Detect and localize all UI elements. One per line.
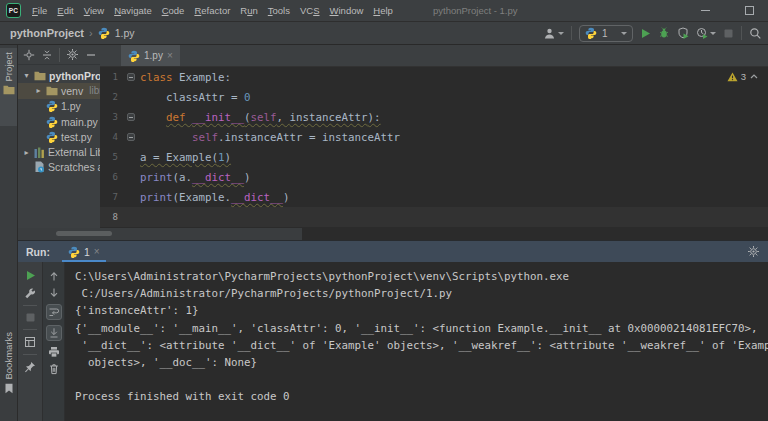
profiler-button[interactable]: [696, 27, 716, 39]
tool-button-bookmarks[interactable]: Bookmarks: [0, 328, 17, 420]
toolbar-divider: [571, 26, 572, 40]
code-text: print(Example.__dict__): [140, 191, 290, 204]
code-line-8[interactable]: 8: [100, 207, 768, 227]
run-button[interactable]: [640, 28, 651, 39]
bookmark-icon: [4, 383, 14, 394]
run-toolbar: [18, 262, 43, 421]
rerun-button[interactable]: [25, 270, 36, 281]
folder-icon: [34, 71, 46, 81]
run-panel-body: C:\Users\Administrator\PycharmProjects\p…: [18, 262, 768, 421]
chevron-down-icon: [621, 32, 627, 35]
tree-item-label: 1.py: [61, 100, 81, 112]
toolbar-divider: [23, 305, 37, 306]
horizontal-scrollbar-track[interactable]: [18, 228, 302, 240]
collapse-all-button[interactable]: [41, 49, 53, 61]
code-line-4[interactable]: 4 self.instanceAttr = instanceAttr: [100, 127, 768, 147]
editor-tab-1py[interactable]: 1.py ×: [121, 45, 180, 66]
tree-item-label: main.py: [61, 116, 98, 128]
tree-item-scratches-and-consoles[interactable]: Scratches and Consoles: [18, 160, 100, 175]
gear-icon[interactable]: [747, 245, 760, 258]
run-tab-label: 1: [84, 246, 90, 258]
clear-console-button[interactable]: [48, 363, 60, 375]
stop-button[interactable]: [723, 28, 734, 39]
minimize-button[interactable]: [692, 0, 718, 21]
print-button[interactable]: [48, 346, 60, 358]
chevron-icon[interactable]: ▸: [34, 86, 43, 95]
menu-tools[interactable]: Tools: [263, 0, 295, 21]
editor-tab-bar: 1.py ×: [100, 45, 768, 67]
line-number: 2: [100, 92, 122, 102]
tree-item-test-py[interactable]: test.py: [18, 129, 100, 144]
scroll-down-button[interactable]: [48, 287, 60, 299]
menu-vcs[interactable]: VCS: [295, 0, 325, 21]
hide-panel-button[interactable]: [85, 49, 97, 61]
code-lines[interactable]: 1class Example:2 classAttr = 03 def __in…: [100, 67, 768, 228]
restore-layout-button[interactable]: [24, 336, 36, 348]
breadcrumb-file[interactable]: 1.py: [115, 27, 135, 39]
run-configuration-value: 1: [602, 28, 616, 39]
tree-item-external-libraries[interactable]: ▸External Libraries: [18, 144, 100, 159]
close-icon[interactable]: ×: [167, 51, 173, 61]
code-text: def __init__(self, instanceAttr):: [140, 111, 381, 124]
tree-item-main-py[interactable]: main.py: [18, 114, 100, 129]
editor-tab-label: 1.py: [144, 50, 163, 61]
menu-edit[interactable]: Edit: [52, 0, 78, 21]
code-line-5[interactable]: 5a = Example(1): [100, 147, 768, 167]
scroll-to-end-button[interactable]: [46, 325, 62, 341]
code-line-6[interactable]: 6print(a.__dict__): [100, 167, 768, 187]
line-number: 8: [100, 212, 122, 222]
fold-marker[interactable]: [122, 113, 140, 121]
breadcrumb-project[interactable]: pythonProject: [10, 27, 84, 39]
toolbar-divider: [23, 354, 37, 355]
tree-item-venv[interactable]: ▸venvlibrary root: [18, 83, 100, 98]
python-icon: [46, 116, 58, 128]
console-line: {'instanceAttr': 1}: [75, 302, 768, 319]
run-tab-1[interactable]: 1 ×: [62, 241, 106, 262]
edit-configuration-button[interactable]: [24, 287, 36, 299]
python-file-icon: [98, 27, 110, 39]
horizontal-scrollbar-thumb[interactable]: [56, 231, 112, 236]
debug-button[interactable]: [658, 27, 670, 39]
stop-button[interactable]: [25, 312, 36, 323]
python-icon: [46, 131, 58, 143]
menu-view[interactable]: View: [79, 0, 109, 21]
menu-navigate[interactable]: Navigate: [109, 0, 157, 21]
menu-file[interactable]: File: [27, 0, 52, 21]
panel-divider: [59, 48, 60, 62]
search-everywhere-button[interactable]: [749, 27, 762, 40]
menu-help[interactable]: Help: [368, 0, 398, 21]
chevron-icon[interactable]: ▸: [22, 148, 31, 157]
code-line-3[interactable]: 3 def __init__(self, instanceAttr):: [100, 107, 768, 127]
menu-run[interactable]: Run: [235, 0, 262, 21]
tree-item-pythonproject[interactable]: ▾pythonProject: [18, 68, 100, 83]
chevron-icon[interactable]: ▾: [22, 71, 31, 80]
tree-item-1-py[interactable]: 1.py: [18, 99, 100, 114]
title-bar: PC FileEditViewNavigateCodeRefactorRunTo…: [0, 0, 768, 22]
pin-tab-button[interactable]: [24, 361, 36, 373]
soft-wrap-button[interactable]: [46, 304, 62, 320]
fold-marker[interactable]: [122, 133, 140, 141]
code-line-2[interactable]: 2 classAttr = 0: [100, 87, 768, 107]
console-line: {'__module__': '__main__', 'classAttr': …: [75, 320, 768, 337]
menu-window[interactable]: Window: [325, 0, 369, 21]
close-icon[interactable]: ×: [94, 247, 100, 257]
menu-refactor[interactable]: Refactor: [189, 0, 235, 21]
scroll-up-button[interactable]: [48, 270, 60, 282]
menu-code[interactable]: Code: [157, 0, 190, 21]
vcs-user-button[interactable]: [543, 27, 564, 40]
console-output[interactable]: C:\Users\Administrator\PycharmProjects\p…: [65, 262, 768, 421]
gear-icon[interactable]: [66, 48, 79, 61]
run-with-coverage-button[interactable]: [677, 27, 689, 39]
code-line-7[interactable]: 7print(Example.__dict__): [100, 187, 768, 207]
code-text: classAttr = 0: [140, 91, 251, 104]
maximize-icon: [745, 6, 754, 15]
tool-button-project[interactable]: Project: [0, 48, 17, 126]
breadcrumb: pythonProject › 1.py: [10, 27, 134, 39]
project-panel: ▾pythonProject▸venvlibrary root1.pymain.…: [18, 45, 100, 228]
select-opened-file-button[interactable]: [23, 49, 35, 61]
maximize-button[interactable]: [736, 0, 762, 21]
console-toolbar: [43, 262, 65, 421]
code-line-1[interactable]: 1class Example:: [100, 67, 768, 87]
fold-marker[interactable]: [122, 73, 140, 81]
run-configuration-select[interactable]: 1: [579, 25, 633, 42]
